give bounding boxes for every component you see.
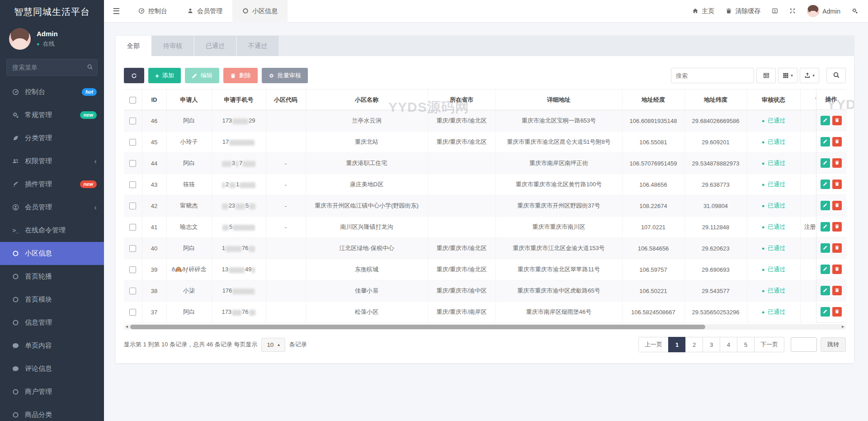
row-checkbox[interactable] (129, 224, 136, 231)
next-page-button[interactable]: 下一页 (754, 337, 784, 352)
row-checkbox[interactable] (129, 118, 136, 124)
row-delete-button[interactable] (832, 116, 842, 125)
clear-cache-button[interactable]: 清除缓存 (726, 7, 760, 15)
menu-toggle-button[interactable]: ☰ (104, 6, 128, 16)
sidebar-item-13[interactable]: 评论信息 (0, 357, 104, 380)
export-button[interactable]: ▾ (800, 68, 819, 83)
table-search-input[interactable] (671, 68, 754, 83)
row-edit-button[interactable] (821, 243, 830, 253)
sidebar-item-15[interactable]: 商品分类 (0, 403, 104, 421)
row-checkbox[interactable] (129, 266, 136, 273)
columns-button[interactable]: ▾ (778, 68, 797, 83)
topbar-tab-3[interactable]: 小区信息 (232, 0, 288, 23)
row-edit-button[interactable] (821, 201, 830, 210)
home-button[interactable]: 主页 (692, 7, 714, 15)
trash-icon (835, 118, 840, 123)
row-checkbox[interactable] (129, 203, 136, 209)
fullscreen-button[interactable] (789, 8, 796, 15)
row-edit-button[interactable] (821, 158, 830, 168)
page-button-5[interactable]: 5 (737, 337, 755, 352)
sidebar-item-9[interactable]: 首页轮播 (0, 265, 104, 288)
row-checkbox[interactable] (129, 139, 136, 146)
sidebar-item-12[interactable]: 单页内容 (0, 334, 104, 357)
sidebar-item-8[interactable]: 小区信息 (0, 242, 104, 265)
trash-icon (835, 309, 840, 314)
topbar-tab-1[interactable]: 控制台 (128, 0, 177, 23)
page-button-4[interactable]: 4 (720, 337, 737, 352)
settings-button[interactable] (852, 8, 858, 15)
row-edit-button[interactable] (821, 222, 830, 232)
row-checkbox[interactable] (129, 309, 136, 316)
pencil-icon (823, 224, 828, 229)
detail-view-button[interactable] (756, 68, 776, 83)
select-all-checkbox[interactable] (129, 97, 136, 104)
cell-phone: 176 (212, 238, 266, 259)
fullscreen-icon (789, 8, 796, 15)
sidebar-item-14[interactable]: 商户管理 (0, 380, 104, 403)
page-button-2[interactable]: 2 (685, 337, 703, 352)
delete-button[interactable]: 删除 (223, 68, 258, 83)
row-edit-button[interactable] (821, 265, 830, 274)
horizontal-scrollbar[interactable]: ◄ ► (124, 324, 846, 330)
row-edit-button[interactable] (821, 137, 830, 147)
row-delete-button[interactable] (832, 286, 842, 295)
cell-status: ●已通过 (747, 110, 800, 132)
batch-audit-button[interactable]: 批量审核 (262, 68, 308, 83)
scrollbar-thumb[interactable] (130, 325, 705, 329)
row-delete-button[interactable] (832, 137, 842, 147)
row-delete-button[interactable] (832, 201, 842, 210)
sidebar-item-2[interactable]: 常规管理new (0, 104, 104, 127)
row-delete-button[interactable] (832, 265, 842, 274)
search-submit-button[interactable] (826, 68, 846, 83)
row-delete-button[interactable] (832, 243, 842, 253)
filter-tab-3[interactable]: 已通过 (194, 36, 236, 56)
sidebar-item-10[interactable]: 首页模块 (0, 288, 104, 311)
row-edit-button[interactable] (821, 180, 830, 189)
scroll-left-icon[interactable]: ◄ (124, 324, 130, 330)
row-checkbox[interactable] (129, 288, 136, 294)
row-checkbox[interactable] (129, 181, 136, 188)
sidebar-item-7[interactable]: >_在线命令管理 (0, 219, 104, 242)
row-delete-button[interactable] (832, 222, 842, 232)
user-name: Admin (37, 30, 58, 38)
status-badge: ●已通过 (762, 223, 786, 231)
sidebar-item-6[interactable]: 会员管理‹ (0, 196, 104, 219)
status-label: 已通过 (768, 287, 785, 295)
filter-tab-2[interactable]: 待审核 (152, 36, 193, 56)
jump-page-input[interactable] (791, 337, 817, 352)
sidebar-item-1[interactable]: 控制台hot (0, 80, 104, 104)
edit-button[interactable]: 编辑 (185, 68, 219, 83)
filter-tab-4[interactable]: 不通过 (237, 36, 278, 56)
topbar-user[interactable]: Admin (807, 5, 840, 17)
row-edit-button[interactable] (821, 116, 830, 125)
row-checkbox[interactable] (129, 160, 136, 167)
row-edit-button[interactable] (821, 307, 830, 317)
table-zone: YYDS源码网 YYDS源码网 ID申请人申请手机号小区代码小区名称所在省市详细… (124, 89, 846, 330)
user-avatar[interactable] (9, 28, 31, 50)
row-delete-button[interactable] (832, 307, 842, 317)
language-icon: 文 (772, 8, 778, 15)
row-delete-button[interactable] (832, 180, 842, 189)
topbar-right: 主页 清除缓存 文 Admin (692, 5, 868, 17)
prev-page-button[interactable]: 上一页 (638, 337, 669, 352)
sidebar-item-3[interactable]: 分类管理 (0, 127, 104, 150)
sidebar-item-5[interactable]: 插件管理new (0, 173, 104, 196)
topbar-tab-2[interactable]: 会员管理 (177, 0, 232, 23)
refresh-button[interactable] (124, 68, 144, 83)
language-button[interactable]: 文 (772, 8, 778, 15)
filter-tab-1[interactable]: 全部 (116, 36, 151, 56)
cell-lat: 29.690693 (684, 259, 747, 280)
menu-search-input[interactable] (6, 59, 98, 76)
page-button-1[interactable]: 1 (668, 337, 686, 352)
add-button[interactable]: +添加 (148, 68, 181, 83)
scroll-right-icon[interactable]: ► (840, 324, 846, 330)
row-checkbox[interactable] (129, 245, 136, 252)
jump-button[interactable]: 跳转 (821, 337, 846, 352)
row-edit-button[interactable] (821, 286, 830, 295)
row-delete-button[interactable] (832, 158, 842, 168)
pencil-icon (823, 203, 828, 208)
sidebar-item-4[interactable]: 权限管理‹ (0, 150, 104, 173)
page-size-select[interactable]: 10 ▴ (261, 338, 285, 352)
page-button-3[interactable]: 3 (703, 337, 720, 352)
sidebar-item-11[interactable]: 信息管理 (0, 311, 104, 334)
